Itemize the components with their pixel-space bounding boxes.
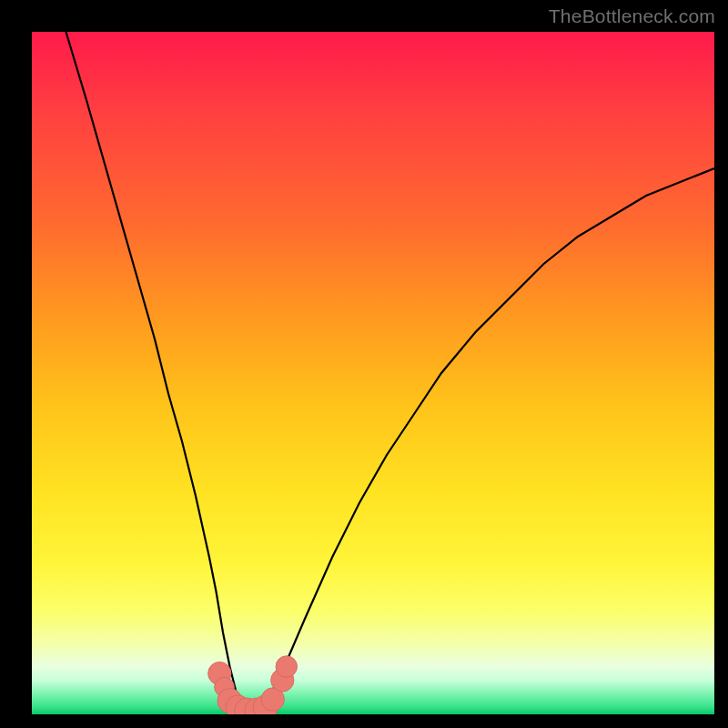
chart-frame: TheBottleneck.com xyxy=(0,0,728,728)
chart-svg xyxy=(32,32,714,714)
bottleneck-curve xyxy=(66,32,715,714)
chart-plot-area xyxy=(32,32,714,714)
curve-marker xyxy=(276,656,297,677)
marker-layer xyxy=(208,656,298,714)
watermark-label: TheBottleneck.com xyxy=(549,5,715,27)
